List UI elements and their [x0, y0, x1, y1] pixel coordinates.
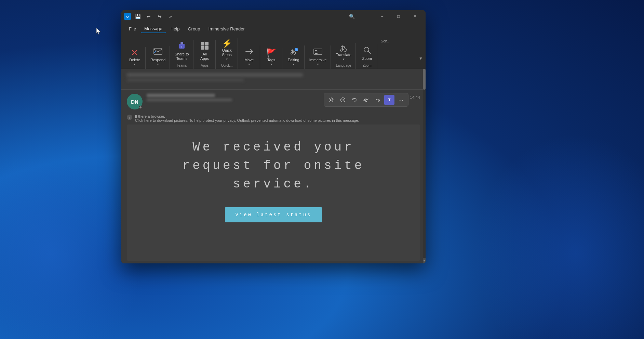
redo-button[interactable]: ↪: [156, 12, 164, 21]
scroll-down-arrow[interactable]: ▼: [423, 258, 426, 263]
email-heading-line1: We received your: [183, 138, 365, 157]
ribbon-buttons-teams: T Share toTeams: [173, 40, 191, 62]
all-apps-label: AllApps: [200, 52, 209, 61]
menu-bar: File Message Help Group Immersive Reader: [121, 23, 426, 35]
svg-text:✓: ✓: [295, 49, 297, 51]
menu-immersive-reader[interactable]: Immersive Reader: [205, 25, 248, 33]
immersive-icon: [313, 47, 323, 57]
svg-point-19: [330, 99, 332, 101]
undo-reply-button[interactable]: [349, 95, 360, 105]
respond-arrow: ▼: [157, 63, 159, 66]
more-actions-button[interactable]: ···: [396, 95, 406, 105]
avatar-initials: DN: [131, 99, 138, 105]
privacy-download-notice[interactable]: Click here to download pictures. To help…: [135, 118, 359, 122]
forward-button[interactable]: [373, 95, 383, 105]
delete-arrow: ▼: [133, 63, 136, 66]
ribbon-more-button[interactable]: Sch...: [379, 38, 392, 44]
close-button[interactable]: ✕: [407, 10, 423, 23]
outlook-logo: O: [124, 13, 131, 20]
ribbon-group-apps: AllApps Apps: [194, 40, 216, 69]
quick-steps-icon: ⚡: [222, 39, 232, 48]
zoom-group-label: Zoom: [363, 64, 372, 67]
translate-label: Translate: [336, 53, 351, 57]
title-bar-left: O 💾 ↩ ↪ »: [124, 12, 175, 21]
immersive-button[interactable]: Immersive ▼: [307, 45, 329, 67]
ribbon-buttons-editing: あ ✓ Editing ▼: [285, 45, 302, 67]
respond-icon: [153, 48, 163, 57]
ribbon-buttons-immersive: Immersive ▼: [307, 45, 329, 67]
svg-text:T: T: [181, 45, 183, 48]
ribbon-group-editing: あ ✓ Editing ▼: [283, 45, 305, 69]
translate-group-label: Language: [336, 64, 351, 67]
subject-blur: [127, 73, 303, 77]
message-time: 14:44: [410, 95, 420, 100]
message-area: DN: [121, 90, 426, 263]
info-icon: i: [127, 115, 132, 120]
scroll-thumb[interactable]: [423, 69, 426, 90]
ribbon-buttons-delete: ✕ Delete ▼: [126, 47, 143, 67]
all-apps-button[interactable]: AllApps: [196, 40, 213, 62]
ribbon-expand-button[interactable]: ▼: [417, 55, 424, 62]
reply-all-button[interactable]: [361, 95, 371, 105]
search-button[interactable]: 🔍: [348, 12, 356, 21]
move-icon: [244, 47, 254, 57]
ribbon-group-immersive: Immersive ▼: [305, 45, 331, 69]
menu-file[interactable]: File: [125, 25, 139, 33]
svg-rect-16: [315, 53, 318, 54]
svg-line-27: [330, 101, 330, 102]
brightness-button[interactable]: [326, 95, 336, 105]
sender-email-blur: [147, 99, 232, 101]
ribbon: ✕ Delete ▼ Respond: [121, 35, 426, 69]
respond-button[interactable]: Respond ▼: [148, 46, 167, 67]
ribbon-group-quicksteps: ⚡ QuickSteps ▼ Quick...: [216, 38, 238, 69]
title-search-area: [193, 12, 330, 21]
view-status-button[interactable]: View latest status: [225, 207, 322, 222]
email-content: DN: [121, 69, 426, 263]
ribbon-buttons-quicksteps: ⚡ QuickSteps ▼: [218, 38, 236, 62]
all-apps-icon: [200, 41, 210, 51]
undo-button[interactable]: ↩: [145, 12, 153, 21]
email-heading-line2: request for onsite: [183, 157, 365, 175]
more-dots-icon: ···: [399, 97, 404, 103]
move-button[interactable]: Move ▼: [241, 45, 258, 67]
ribbon-buttons-tags: 🚩 Tags ▼: [263, 48, 280, 67]
zoom-button[interactable]: Zoom: [359, 44, 376, 62]
svg-line-25: [333, 101, 333, 102]
respond-label: Respond: [150, 58, 165, 62]
tags-arrow: ▼: [270, 63, 273, 66]
teams-reply-button[interactable]: T: [384, 95, 394, 105]
editing-button[interactable]: あ ✓ Editing ▼: [285, 45, 302, 67]
menu-message[interactable]: Message: [141, 25, 166, 33]
svg-text:O: O: [126, 15, 129, 18]
menu-help[interactable]: Help: [167, 25, 183, 33]
delete-button[interactable]: ✕ Delete ▼: [126, 47, 143, 67]
privacy-first-part: If there a: [135, 114, 150, 118]
emoji-button[interactable]: [338, 95, 348, 105]
translate-arrow: ▼: [342, 58, 345, 61]
privacy-text: If there a browser. Click here to downlo…: [135, 114, 359, 122]
more-commands-button[interactable]: »: [166, 12, 175, 21]
quick-steps-button[interactable]: ⚡ QuickSteps ▼: [218, 38, 236, 62]
ribbon-group-move: Move ▼: [239, 45, 260, 69]
teams-icon: T: [177, 41, 187, 51]
editing-arrow: ▼: [292, 63, 295, 66]
ribbon-buttons-zoom: Zoom: [359, 44, 376, 62]
delete-label: Delete: [129, 58, 140, 62]
share-to-teams-label: Share toTeams: [175, 52, 189, 61]
immersive-arrow: ▼: [317, 63, 319, 66]
privacy-notice: i If there a browser. Click here to down…: [121, 112, 426, 125]
minimize-button[interactable]: −: [374, 10, 390, 23]
save-button[interactable]: 💾: [134, 12, 142, 21]
ribbon-group-teams: T Share toTeams Teams: [171, 40, 193, 69]
zoom-label: Zoom: [362, 56, 372, 61]
outlook-window: O 💾 ↩ ↪ » 🔍 − □ ✕ File Message Help Grou…: [121, 10, 426, 263]
tags-button[interactable]: 🚩 Tags ▼: [263, 48, 280, 67]
share-to-teams-button[interactable]: T Share toTeams: [173, 40, 191, 62]
ribbon-buttons-move: Move ▼: [241, 45, 258, 67]
tags-label: Tags: [267, 58, 275, 62]
menu-group[interactable]: Group: [184, 25, 203, 33]
email-main-content: We received your request for onsite serv…: [127, 125, 420, 261]
maximize-button[interactable]: □: [391, 10, 406, 23]
privacy-browser-part: browser.: [151, 114, 165, 118]
translate-button[interactable]: あ Translate ▼: [334, 43, 353, 62]
